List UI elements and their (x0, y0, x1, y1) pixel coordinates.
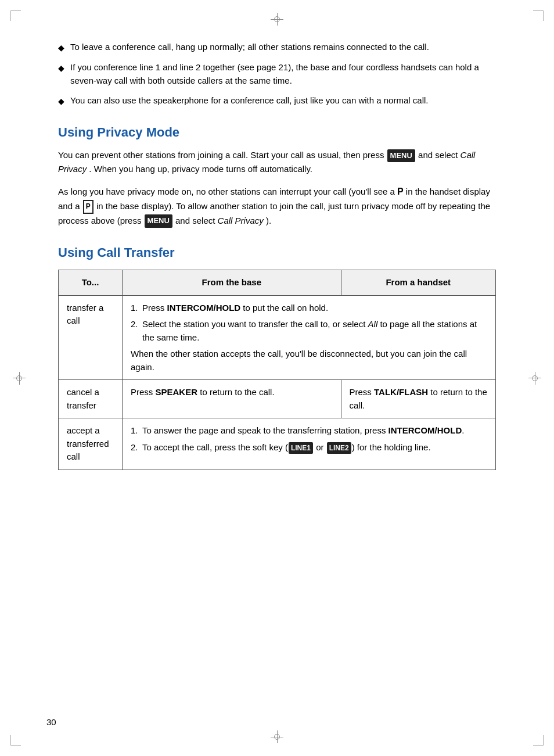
accept-steps: To answer the page and speak to the tran… (131, 424, 487, 454)
bullet-2-text: If you conference line 1 and line 2 toge… (70, 61, 496, 87)
transfer-note: When the other station accepts the call,… (131, 347, 487, 374)
corner-mark-br (533, 735, 544, 746)
privacy-para1-end: . When you hang up, privacy mode turns o… (89, 164, 312, 174)
bullet-2: ◆ If you conference line 1 and line 2 to… (58, 61, 496, 87)
transfer-step-2: Select the station you want to transfer … (131, 318, 487, 344)
call-privacy-italic-2: Call Privacy (218, 216, 264, 225)
page-container: ◆ To leave a conference call, hang up no… (0, 0, 554, 756)
intercom-hold-1: INTERCOM/HOLD (167, 303, 241, 313)
privacy-mode-heading: Using Privacy Mode (58, 125, 496, 140)
corner-mark-tl (10, 10, 21, 21)
bullet-1: ◆ To leave a conference call, hang up no… (58, 41, 496, 54)
page-content: ◆ To leave a conference call, hang up no… (46, 35, 508, 493)
td-transfer-label: transfer acall (59, 295, 123, 380)
p-bold-handset: P (397, 187, 404, 196)
menu-key-1: MENU (387, 149, 415, 163)
td-cancel-handset: Press TALK/FLASH to return to the call. (341, 380, 496, 418)
privacy-para2-start: As long you have privacy mode on, no oth… (58, 187, 397, 196)
bullet-diamond-2: ◆ (58, 62, 64, 74)
table-header-row: To... From the base From a handset (59, 270, 496, 296)
all-italic: All (368, 319, 378, 329)
page-number: 30 (46, 717, 56, 727)
privacy-para2-mid2: in the base display). To allow another s… (58, 201, 490, 225)
td-cancel-base: Press SPEAKER to return to the call. (123, 380, 341, 418)
reg-mark-left (13, 372, 26, 385)
reg-mark-bottom (271, 730, 283, 743)
td-accept-label: accept atransferredcall (59, 418, 123, 470)
speaker-key: SPEAKER (156, 387, 198, 397)
bullet-diamond-3: ◆ (58, 95, 64, 108)
call-transfer-heading: Using Call Transfer (58, 245, 496, 260)
corner-mark-bl (10, 735, 21, 746)
reg-mark-right (528, 372, 541, 385)
transfer-step-1: Press INTERCOM/HOLD to put the call on h… (131, 302, 487, 315)
table-row-cancel: cancel atransfer Press SPEAKER to return… (59, 380, 496, 418)
bullet-diamond-1: ◆ (58, 42, 64, 54)
privacy-para1-start: You can prevent other stations from join… (58, 150, 384, 160)
call-transfer-table: To... From the base From a handset trans… (58, 270, 496, 470)
th-to: To... (59, 270, 123, 296)
intercom-hold-2: INTERCOM/HOLD (388, 425, 462, 435)
conference-bullets: ◆ To leave a conference call, hang up no… (58, 41, 496, 108)
privacy-para2-close: ). (266, 216, 271, 225)
line2-badge: LINE2 (327, 442, 351, 454)
transfer-label: transfer acall (67, 303, 103, 326)
bullet-1-text: To leave a conference call, hang up norm… (70, 41, 429, 54)
th-handset: From a handset (341, 270, 496, 296)
p-small-base: P (83, 200, 93, 213)
table-row-transfer: transfer acall Press INTERCOM/HOLD to pu… (59, 295, 496, 380)
privacy-para1-and-select: and select (418, 150, 461, 160)
accept-label: accept atransferredcall (67, 425, 109, 461)
accept-step-1: To answer the page and speak to the tran… (131, 424, 487, 438)
privacy-para-1: You can prevent other stations from join… (58, 148, 496, 176)
bullet-3: ◆ You can also use the speakerphone for … (58, 94, 496, 108)
td-cancel-label: cancel atransfer (59, 380, 123, 418)
privacy-para2-end: and select (175, 216, 218, 225)
table-row-accept: accept atransferredcall To answer the pa… (59, 418, 496, 470)
privacy-para-2: As long you have privacy mode on, no oth… (58, 184, 496, 228)
menu-key-2: MENU (145, 214, 172, 228)
reg-mark-top (271, 13, 283, 26)
th-base: From the base (123, 270, 341, 296)
transfer-steps: Press INTERCOM/HOLD to put the call on h… (131, 302, 487, 345)
corner-mark-tr (533, 10, 544, 21)
line1-badge: LINE1 (289, 442, 313, 454)
bullet-3-text: You can also use the speakerphone for a … (70, 94, 428, 108)
td-accept-base: To answer the page and speak to the tran… (123, 418, 496, 470)
td-transfer-base: Press INTERCOM/HOLD to put the call on h… (123, 295, 496, 380)
accept-step-2: To accept the call, press the soft key (… (131, 441, 487, 454)
talk-flash-key: TALK/FLASH (374, 387, 428, 397)
cancel-label: cancel atransfer (67, 387, 99, 410)
